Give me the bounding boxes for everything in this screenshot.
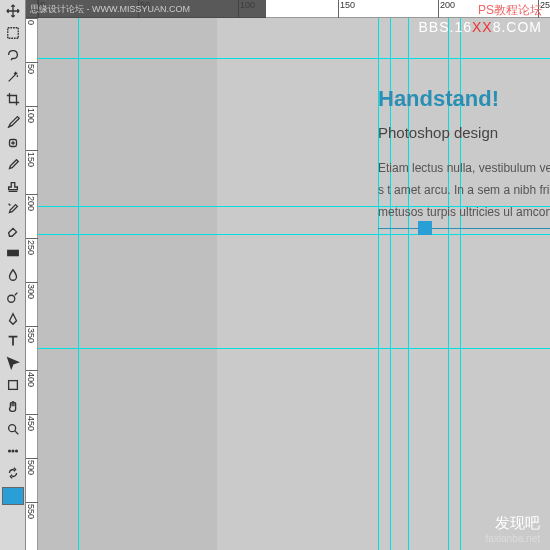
ruler-tick: 450 [26,414,38,431]
ruler-tick: 0 [26,18,38,25]
ruler-tick: 150 [338,0,355,18]
ruler-tick: 400 [26,370,38,387]
shape-tool-icon[interactable] [1,374,25,396]
zoom-tool-icon[interactable] [1,418,25,440]
svg-point-3 [8,295,15,302]
content-block: Handstand! Photoshop design Etiam lectus… [378,86,550,223]
overlay-text: 思缘设计论坛 - WWW.MISSYUAN.COM [30,3,190,16]
ruler-tick: 550 [26,502,38,519]
blur-tool-icon[interactable] [1,264,25,286]
stamp-tool-icon[interactable] [1,176,25,198]
watermark-bottom-right: 发现吧 faxianba.net [486,514,541,544]
ruler-tick: 300 [26,282,38,299]
heading-text[interactable]: Handstand! [378,86,550,112]
guide-vertical[interactable] [78,18,79,550]
ruler-tick: 500 [26,458,38,475]
svg-point-7 [12,450,14,452]
wand-tool-icon[interactable] [1,66,25,88]
ruler-tick: 250 [26,238,38,255]
lasso-tool-icon[interactable] [1,44,25,66]
eyedropper-tool-icon[interactable] [1,110,25,132]
dodge-tool-icon[interactable] [1,286,25,308]
guide-horizontal[interactable] [38,58,550,59]
svg-point-8 [16,450,18,452]
transform-line [378,228,550,229]
brush-tool-icon[interactable] [1,154,25,176]
swap-colors-icon[interactable] [1,462,25,484]
foreground-color-swatch[interactable] [2,487,24,505]
toolbox [0,0,26,550]
guide-horizontal[interactable] [38,234,550,235]
hand-tool-icon[interactable] [1,396,25,418]
ruler-tick: 150 [26,150,38,167]
ruler-tick: 100 [26,106,38,123]
crop-tool-icon[interactable] [1,88,25,110]
svg-point-6 [9,450,11,452]
svg-rect-0 [8,28,19,39]
move-tool-icon[interactable] [1,0,25,22]
gradient-tool-icon[interactable] [1,242,25,264]
guide-horizontal[interactable] [38,348,550,349]
pen-tool-icon[interactable] [1,308,25,330]
svg-rect-2 [8,250,19,255]
eraser-tool-icon[interactable] [1,220,25,242]
heal-tool-icon[interactable] [1,132,25,154]
subheading-text[interactable]: Photoshop design [378,124,550,141]
type-tool-icon[interactable] [1,330,25,352]
ellipsis-icon[interactable] [1,440,25,462]
path-tool-icon[interactable] [1,352,25,374]
ruler-tick: 50 [26,62,38,74]
watermark-top-right: PS教程论坛 BBS.16XX8.COM [418,2,542,35]
ruler-tick: 200 [26,194,38,211]
svg-rect-4 [9,381,18,390]
history-brush-icon[interactable] [1,198,25,220]
canvas-area[interactable]: Handstand! Photoshop design Etiam lectus… [38,18,550,550]
ruler-tick: 350 [26,326,38,343]
marquee-tool-icon[interactable] [1,22,25,44]
body-text[interactable]: Etiam lectus nulla, vestibulum ve s t am… [378,157,550,223]
vertical-ruler[interactable]: 0 50 100 150 200 250 300 350 400 450 500… [26,18,38,550]
transform-handle[interactable] [418,221,432,235]
svg-point-5 [9,425,16,432]
